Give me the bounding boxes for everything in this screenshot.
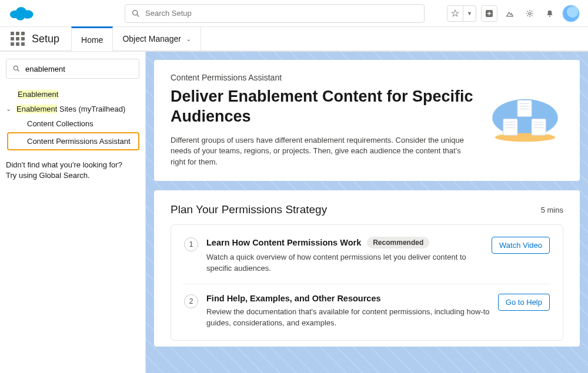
salesforce-help-button[interactable]: [502, 6, 517, 21]
app-launcher-icon[interactable]: [8, 29, 27, 48]
plan-duration: 5 mins: [541, 206, 563, 214]
svg-rect-13: [517, 100, 532, 117]
search-icon: [131, 9, 141, 18]
global-search-input[interactable]: [145, 9, 418, 18]
steps-list: 1 Learn How Content Permissions Work Rec…: [171, 224, 563, 341]
search-icon: [12, 65, 21, 73]
tab-home[interactable]: Home: [71, 26, 113, 51]
tree-item-enablement-sites[interactable]: ⌄ Enablement Sites (myTrailhead): [6, 102, 139, 116]
notifications-button[interactable]: [542, 6, 557, 21]
page-description: Different groups of users have different…: [171, 135, 475, 169]
user-avatar[interactable]: [562, 5, 580, 22]
tab-object-manager[interactable]: Object Manager⌄: [113, 26, 201, 51]
hero-illustration: [487, 90, 563, 146]
svg-rect-17: [503, 119, 517, 135]
setup-sidebar: Enablement ⌄ Enablement Sites (myTrailhe…: [0, 52, 146, 373]
svg-point-9: [14, 66, 18, 70]
tab-home-label: Home: [81, 35, 103, 45]
watch-video-button[interactable]: Watch Video: [492, 237, 550, 254]
global-actions-button[interactable]: [481, 5, 497, 22]
hero-card: Content Permissions Assistant Deliver En…: [154, 60, 580, 181]
global-header: ▼: [0, 0, 588, 27]
tab-object-manager-label: Object Manager: [122, 34, 181, 43]
svg-point-7: [529, 12, 531, 15]
trailhead-icon: [505, 9, 514, 18]
plan-card: Plan Your Permissions Strategy 5 mins 1 …: [154, 190, 580, 347]
tree-label: Content Collections: [27, 119, 93, 128]
salesforce-logo: [8, 5, 34, 22]
step-title: Find Help, Examples, and Other Resources: [206, 294, 381, 303]
svg-line-10: [18, 70, 19, 72]
svg-point-3: [16, 14, 25, 21]
gear-icon: [525, 9, 534, 18]
setup-gear-button[interactable]: [522, 6, 537, 21]
page-title: Deliver Enablement Content for Specific …: [171, 87, 475, 127]
page-eyebrow: Content Permissions Assistant: [171, 73, 563, 82]
main-content: Content Permissions Assistant Deliver En…: [146, 52, 588, 373]
step-number: 1: [184, 237, 198, 251]
favorites-dropdown[interactable]: ▼: [463, 5, 476, 22]
plan-title: Plan Your Permissions Strategy: [171, 203, 327, 216]
recommended-badge: Recommended: [367, 237, 429, 248]
app-title: Setup: [32, 33, 59, 45]
step-description: Review the documentation that's availabl…: [206, 307, 490, 329]
svg-point-4: [133, 10, 138, 15]
favorites-button[interactable]: [447, 5, 463, 22]
step-description: Watch a quick overview of how content pe…: [206, 252, 483, 274]
tree-item-content-collections[interactable]: Content Collections: [6, 116, 139, 131]
quick-find-input[interactable]: [25, 65, 133, 73]
svg-line-5: [137, 15, 139, 16]
sidebar-help-text: Didn't find what you're looking for? Try…: [6, 160, 139, 181]
tree-item-content-permissions-assistant[interactable]: Content Permissions Assistant: [7, 132, 139, 150]
tree-label: Content Permissions Assistant: [27, 137, 131, 146]
step-title: Learn How Content Permissions Work: [206, 238, 361, 247]
bell-icon: [545, 9, 554, 18]
plus-icon: [485, 9, 494, 18]
step-item: 2 Find Help, Examples, and Other Resourc…: [183, 284, 551, 338]
setup-tree: Enablement ⌄ Enablement Sites (myTrailhe…: [6, 87, 139, 150]
header-actions: ▼: [447, 5, 580, 22]
caret-down-icon: ▼: [467, 11, 472, 16]
global-search[interactable]: [125, 4, 425, 23]
step-number: 2: [184, 294, 198, 308]
svg-point-8: [549, 15, 550, 16]
svg-rect-21: [532, 119, 546, 135]
context-bar: Setup Home Object Manager⌄: [0, 27, 588, 52]
tree-label: Enablement: [18, 90, 58, 99]
chevron-down-icon: ⌄: [6, 105, 14, 113]
tree-label: Enablement Sites (myTrailhead): [16, 105, 125, 113]
step-item: 1 Learn How Content Permissions Work Rec…: [183, 227, 551, 284]
tree-item-enablement[interactable]: Enablement: [6, 87, 139, 102]
chevron-down-icon: ⌄: [186, 35, 191, 43]
star-icon: [450, 9, 460, 18]
quick-find[interactable]: [6, 59, 139, 79]
go-to-help-button[interactable]: Go to Help: [498, 294, 550, 311]
